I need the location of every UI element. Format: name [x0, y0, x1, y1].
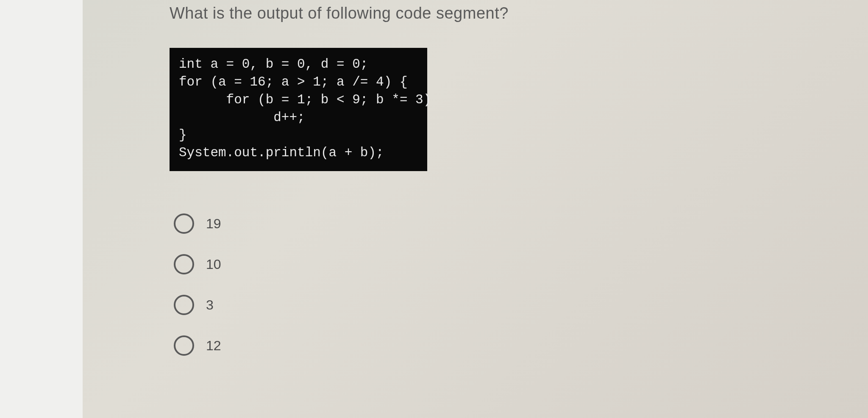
- code-line-1: int a = 0, b = 0, d = 0;: [179, 57, 368, 72]
- question-prompt: What is the output of following code seg…: [170, 4, 868, 22]
- answer-option-1[interactable]: 19: [174, 213, 868, 234]
- answer-label-1: 19: [206, 216, 221, 232]
- radio-icon: [174, 213, 194, 234]
- code-line-4: d++;: [179, 110, 305, 125]
- answer-option-2[interactable]: 10: [174, 254, 868, 274]
- radio-icon: [174, 254, 194, 274]
- answer-options-group: 19 10 3 12: [170, 213, 868, 356]
- code-segment: int a = 0, b = 0, d = 0; for (a = 16; a …: [170, 48, 427, 171]
- radio-icon: [174, 335, 194, 356]
- answer-label-4: 12: [206, 338, 221, 354]
- code-line-2: for (a = 16; a > 1; a /= 4) {: [179, 75, 408, 89]
- code-line-5: }: [179, 127, 187, 142]
- radio-icon: [174, 295, 194, 315]
- code-line-3: for (b = 1; b < 9; b *= 3): [179, 92, 431, 107]
- code-line-6: System.out.println(a + b);: [179, 145, 384, 160]
- question-content-area: What is the output of following code seg…: [83, 0, 868, 418]
- answer-label-3: 3: [206, 297, 214, 313]
- answer-label-2: 10: [206, 257, 221, 272]
- answer-option-3[interactable]: 3: [174, 295, 868, 315]
- answer-option-4[interactable]: 12: [174, 335, 868, 356]
- left-sidebar-panel: [0, 0, 83, 418]
